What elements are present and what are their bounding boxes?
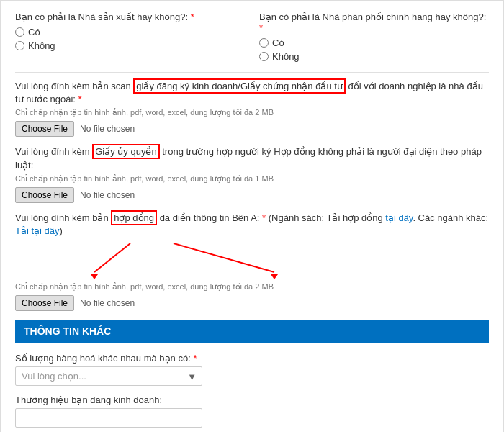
svg-marker-3 (271, 274, 278, 279)
manufacturer-radio-group: Có Không (15, 27, 245, 51)
other-info-header: THÔNG TIN KHÁC (15, 320, 489, 343)
contract-link1[interactable]: tại đây (385, 212, 413, 223)
contract-no-file: No file chosen (80, 298, 135, 308)
power-of-attorney-section: Vui lòng đính kèm Giấy ủy quyền trong tr… (15, 145, 489, 202)
manufacturer-yes-option[interactable]: Có (15, 27, 245, 37)
distributor-radio-group: Có Không (259, 37, 489, 62)
business-cert-section: Vui lòng đính kèm bản scan giấy đăng ký … (15, 80, 489, 137)
distributor-question: Bạn có phải là Nhà phân phối chính hãng … (259, 12, 489, 33)
business-cert-highlight: giấy đăng ký kinh doanh/Giấy chứng nhận … (133, 78, 346, 94)
arrows-decoration (87, 240, 361, 279)
contract-sublabel: Chỉ chấp nhận tập tin hình ảnh, pdf, wor… (15, 282, 489, 292)
poa-sublabel: Chỉ chấp nhận tập tin hình ảnh, pdf, wor… (15, 174, 489, 184)
manufacturer-no-option[interactable]: Không (15, 40, 245, 51)
poa-no-file: No file chosen (80, 190, 135, 200)
brand-input[interactable] (15, 408, 202, 428)
svg-marker-1 (91, 274, 98, 279)
sku-dropdown-wrapper: Vui lòng chọn... Dưới 100 100-500 500-10… (15, 366, 202, 386)
business-cert-no-file: No file chosen (80, 124, 135, 134)
brand-label: Thương hiệu bạn đang kinh doanh: (15, 395, 489, 405)
contract-link2[interactable]: Tải tại đây (15, 225, 60, 236)
svg-line-0 (94, 243, 130, 272)
brand-group: Thương hiệu bạn đang kinh doanh: (15, 395, 489, 428)
poa-choose-file-btn[interactable]: Choose File (15, 187, 74, 203)
poa-highlight: Giấy ủy quyền (92, 144, 159, 159)
manufacturer-question: Bạn có phải là Nhà sản xuất hay không?: … (15, 12, 245, 22)
distributor-yes-option[interactable]: Có (259, 37, 489, 48)
sku-group: Số lượng hàng hoá khác nhau mà bạn có: *… (15, 353, 489, 386)
contract-choose-file-btn[interactable]: Choose File (15, 295, 74, 311)
distributor-no-option[interactable]: Không (259, 51, 489, 62)
business-cert-choose-file-btn[interactable]: Choose File (15, 121, 74, 137)
contract-highlight: hợp đồng (111, 210, 157, 225)
sku-select[interactable]: Vui lòng chọn... Dưới 100 100-500 500-10… (15, 366, 202, 386)
divider (15, 72, 489, 73)
contract-section: Vui lòng đính kèm bản hợp đồng đã điền t… (15, 212, 489, 311)
svg-line-2 (174, 243, 274, 272)
business-cert-sublabel: Chỉ chấp nhận tập tin hình ảnh, pdf, wor… (15, 108, 489, 117)
